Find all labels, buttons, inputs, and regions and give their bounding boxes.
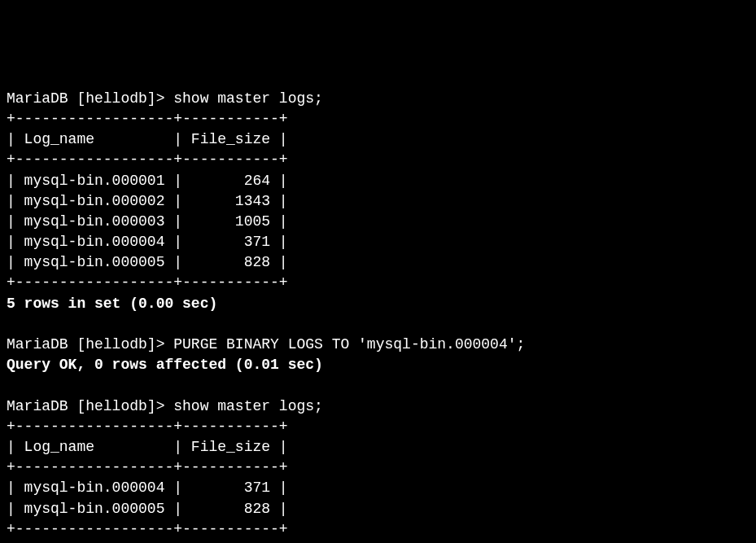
table-border: +------------------+-----------+ bbox=[7, 274, 288, 291]
table-row: | mysql-bin.000002 | 1343 | bbox=[7, 193, 288, 209]
table-header: | Log_name | File_size | bbox=[7, 439, 288, 455]
prompt-line[interactable]: MariaDB [hellodb]> show master logs; bbox=[7, 90, 323, 107]
result-summary: Query OK, 0 rows affected (0.01 sec) bbox=[7, 357, 323, 373]
terminal-output: MariaDB [hellodb]> show master logs; +--… bbox=[7, 90, 525, 543]
table-row: | mysql-bin.000004 | 371 | bbox=[7, 234, 288, 250]
table-border: +------------------+-----------+ bbox=[7, 151, 288, 168]
table-border: +------------------+-----------+ bbox=[7, 111, 288, 127]
table-header: | Log_name | File_size | bbox=[7, 131, 288, 147]
table-row: | mysql-bin.000001 | 264 | bbox=[7, 173, 288, 189]
result-summary: 5 rows in set (0.00 sec) bbox=[7, 296, 217, 312]
table-row: | mysql-bin.000003 | 1005 | bbox=[7, 213, 288, 230]
table-row: | mysql-bin.000005 | 828 | bbox=[7, 254, 288, 270]
table-border: +------------------+-----------+ bbox=[7, 418, 288, 435]
table-border: +------------------+-----------+ bbox=[7, 521, 288, 537]
prompt-line[interactable]: MariaDB [hellodb]> PURGE BINARY LOGS TO … bbox=[7, 336, 525, 353]
prompt-line[interactable]: MariaDB [hellodb]> show master logs; bbox=[7, 398, 323, 414]
table-border: +------------------+-----------+ bbox=[7, 459, 288, 475]
table-row: | mysql-bin.000005 | 828 | bbox=[7, 501, 288, 517]
table-row: | mysql-bin.000004 | 371 | bbox=[7, 480, 288, 496]
